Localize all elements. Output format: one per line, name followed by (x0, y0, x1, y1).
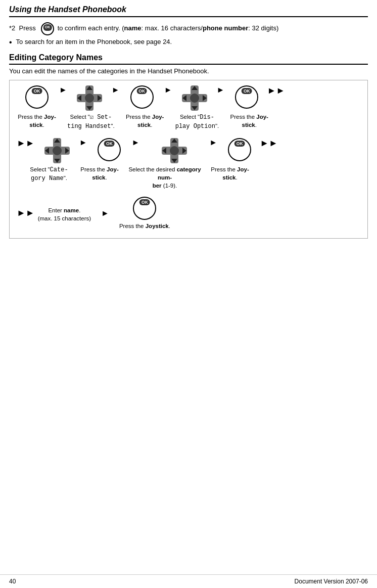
step-cell-r2-2: OK (89, 138, 129, 161)
label-r2-2: Press the Joy-stick. (79, 163, 120, 182)
step-cell-1: OK (17, 85, 57, 109)
label-r2-1: Select "Cate-gory Name". (29, 163, 69, 184)
label-cell-3: Press the Joy-stick. (125, 111, 165, 129)
arrow-3: ► (164, 85, 172, 95)
bullet-line: To search for an item in the Phonebook, … (9, 38, 368, 47)
step-cell-3: OK (122, 85, 162, 109)
arrow-r2-3: ► (209, 138, 217, 147)
arrow-double-4: ►► (17, 208, 35, 218)
arrow-double-3: ►► (260, 138, 278, 149)
arrow-2: ► (112, 85, 120, 95)
step-num: *2 (9, 24, 15, 32)
ok-button-5: OK (228, 138, 251, 161)
page-title: Using the Handset Phonebook (9, 5, 368, 17)
step-cell-r2-3 (142, 138, 207, 163)
label-r2-3: Select the desired category num-ber (1-9… (127, 163, 203, 190)
step-cell-2 (69, 85, 110, 111)
step2-line: *2 Press OK to confirm each entry. (name… (9, 22, 368, 35)
footer: 40 Document Version 2007-06 (0, 574, 377, 588)
diagram-row2-icons: ►► ► OK ► (17, 138, 360, 163)
final-ok-cell: OK Press the Joystick. (119, 197, 170, 230)
section2-desc: You can edit the names of the categories… (9, 67, 368, 75)
ok-button-1: OK (25, 85, 49, 109)
label-r2-4: Press the Joy-stick. (210, 163, 250, 182)
arrow-double-2: ►► (17, 138, 35, 149)
arrow-r3-1: ► (101, 209, 109, 218)
joystick-4 (162, 138, 187, 163)
step-cell-4 (174, 85, 215, 111)
footer-doc: Document Version 2007-06 (295, 578, 368, 585)
ok-button-3: OK (235, 85, 258, 109)
arrow-1: ► (59, 85, 67, 95)
step-cell-5: OK (226, 85, 267, 109)
diagram-row3: ►► Enter name.(max. 15 characters) ► OK … (17, 197, 360, 230)
arrow-r2-2: ► (131, 138, 139, 147)
joystick-2 (182, 85, 207, 111)
diagram-row2-labels: Select "Cate-gory Name". Press the Joy-s… (17, 163, 360, 190)
ok-button-4: OK (98, 138, 121, 161)
footer-page: 40 (9, 578, 16, 585)
arrow-4: ► (217, 85, 225, 95)
joystick-1 (77, 85, 102, 111)
section2-title: Editing Category Names (9, 53, 368, 65)
diagram-row1-icons: OK ► ► OK ► (17, 85, 360, 111)
diagram-box: OK ► ► OK ► (9, 80, 368, 239)
label-cell-2: Select "☑ Set-ting Handset". (67, 111, 115, 131)
joystick-3 (44, 138, 70, 163)
press-label: Press (19, 24, 36, 32)
step-cell-r2-1 (37, 138, 77, 163)
diagram-row1-labels: Press the Joy-stick. Select "☑ Set-ting … (17, 111, 360, 131)
label-cell-4: Select "Dis-play Option". (175, 111, 219, 131)
arrow-double-1: ►► (267, 85, 285, 96)
ok-button-final: OK (133, 197, 156, 220)
label-cell-5: Press the Joy-stick. (229, 111, 269, 129)
enter-name-cell: Enter name.(max. 15 characters) (38, 204, 91, 222)
label-cell-1: Press the Joy-stick. (17, 111, 57, 129)
ok-button-inline: OK (41, 22, 54, 35)
step-cell-r2-4: OK (219, 138, 260, 161)
ok-button-2: OK (130, 85, 154, 109)
arrow-r2-1: ► (79, 138, 87, 147)
